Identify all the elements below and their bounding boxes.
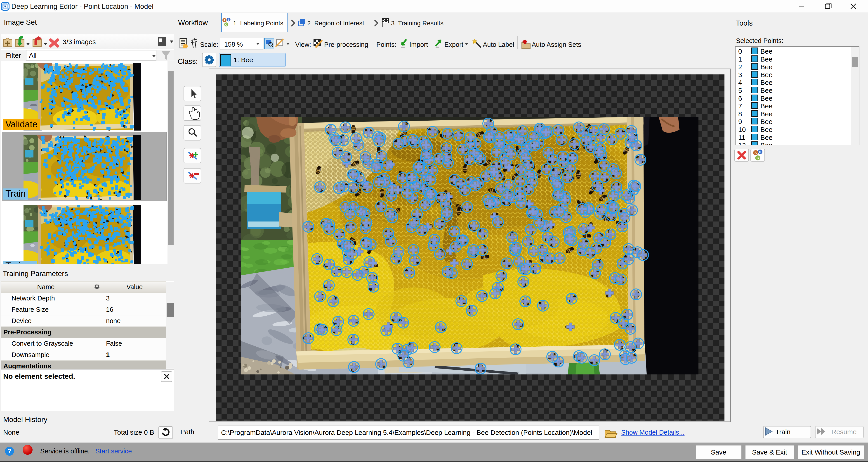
svg-text:C: C xyxy=(225,23,227,26)
svg-text:A: A xyxy=(754,151,757,154)
svg-text:A: A xyxy=(223,19,225,22)
svg-text:C: C xyxy=(756,156,759,160)
svg-text:B: B xyxy=(759,150,761,154)
svg-text:B: B xyxy=(228,18,230,21)
